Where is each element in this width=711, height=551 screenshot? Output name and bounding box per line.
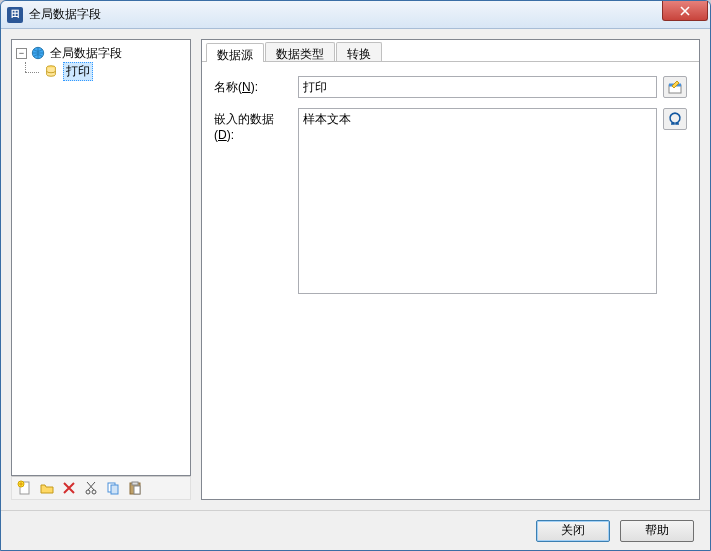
embed-textarea[interactable] [298, 108, 657, 294]
close-button[interactable]: 关闭 [536, 520, 610, 542]
tree-toolbar [11, 476, 191, 500]
new-item-button[interactable] [16, 479, 34, 497]
svg-rect-7 [111, 485, 118, 494]
client-area: − 全局数据字段 打印 [1, 29, 710, 510]
paste-icon [127, 480, 143, 496]
delete-icon [61, 480, 77, 496]
tree-child-row[interactable]: 打印 [20, 62, 186, 80]
cut-button[interactable] [82, 479, 100, 497]
omega-button[interactable] [663, 108, 687, 130]
dialog-window: 田 全局数据字段 − 全局数据字段 [0, 0, 711, 551]
tree-root-row[interactable]: − 全局数据字段 [16, 44, 186, 62]
wizard-icon [667, 79, 683, 95]
svg-rect-9 [132, 482, 138, 485]
tab-data-source[interactable]: 数据源 [206, 43, 264, 62]
tree-view[interactable]: − 全局数据字段 打印 [11, 39, 191, 476]
help-button[interactable]: 帮助 [620, 520, 694, 542]
globe-icon [31, 46, 45, 60]
folder-icon [39, 480, 55, 496]
dialog-button-bar: 关闭 帮助 [1, 510, 710, 550]
title-bar: 田 全局数据字段 [1, 1, 710, 29]
tree-root-label: 全局数据字段 [50, 45, 122, 62]
svg-point-4 [86, 490, 90, 494]
window-title: 全局数据字段 [29, 6, 101, 23]
name-input[interactable] [298, 76, 657, 98]
embed-label: 嵌入的数据(D): [214, 108, 292, 142]
new-icon [17, 480, 33, 496]
name-browse-button[interactable] [663, 76, 687, 98]
cut-icon [83, 480, 99, 496]
embed-row: 嵌入的数据(D): [214, 108, 687, 294]
database-icon [44, 64, 58, 78]
copy-button[interactable] [104, 479, 122, 497]
collapse-icon[interactable]: − [16, 48, 27, 59]
paste-button[interactable] [126, 479, 144, 497]
tree-connector [20, 62, 42, 80]
new-folder-button[interactable] [38, 479, 56, 497]
name-row: 名称(N): [214, 76, 687, 98]
tab-transform[interactable]: 转换 [336, 42, 382, 61]
tree-child-label: 打印 [63, 62, 93, 81]
tab-container: 数据源 数据类型 转换 名称(N): [201, 39, 700, 500]
copy-icon [105, 480, 121, 496]
tab-body: 名称(N): 嵌入的数据(D): [202, 62, 699, 499]
tab-data-type[interactable]: 数据类型 [265, 42, 335, 61]
tab-strip: 数据源 数据类型 转换 [202, 40, 699, 62]
app-icon: 田 [7, 7, 23, 23]
svg-rect-10 [134, 486, 140, 494]
svg-point-5 [92, 490, 96, 494]
omega-icon [667, 111, 683, 127]
left-panel: − 全局数据字段 打印 [11, 39, 191, 500]
delete-button[interactable] [60, 479, 78, 497]
close-icon [680, 6, 690, 16]
name-label: 名称(N): [214, 76, 292, 96]
right-panel: 数据源 数据类型 转换 名称(N): [201, 39, 700, 500]
close-window-button[interactable] [662, 1, 708, 21]
